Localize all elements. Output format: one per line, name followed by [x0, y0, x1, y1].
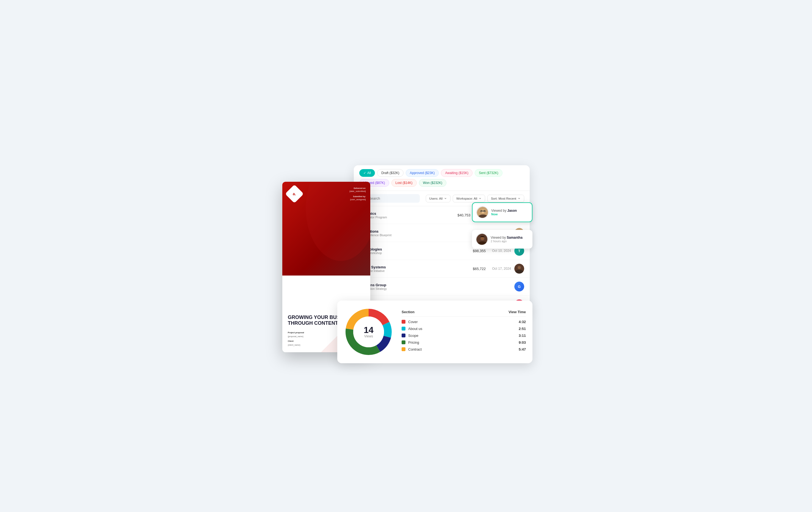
chevron-down-icon	[444, 197, 447, 200]
list-item: Scope 3:11	[402, 334, 526, 338]
proposal-logo: a.	[285, 184, 304, 203]
row-info: Dynamics Accelerator Program	[359, 211, 448, 219]
filter-sent[interactable]: Sent ($732K)	[475, 169, 502, 177]
list-item: Contract 5:47	[402, 347, 526, 351]
cover-color	[402, 320, 405, 324]
pricing-color	[402, 340, 405, 344]
contract-color	[402, 347, 405, 351]
filter-won[interactable]: Won ($232K)	[419, 179, 446, 187]
filter-draft[interactable]: Draft ($32K)	[377, 169, 403, 177]
search-input[interactable]	[369, 196, 416, 200]
list-item: About us 2:51	[402, 327, 526, 331]
table-row[interactable]: Horizons Group Penetration Strategy G	[354, 278, 530, 295]
sort-filter[interactable]: Sort: Most Recent	[487, 195, 524, 202]
filter-lost[interactable]: Lost ($14K)	[392, 179, 417, 187]
filter-approved[interactable]: Approved ($23K)	[406, 169, 439, 177]
table-row[interactable]: Health Systems h Catalyst Initiative $65…	[354, 260, 530, 278]
users-filter[interactable]: Users: All	[426, 195, 451, 202]
filter-bar: ✓ All Draft ($32K) Approved ($23K) Await…	[354, 165, 530, 191]
samantha-notification-text: Viewed by Samantha 2 hours ago	[491, 236, 523, 243]
samantha-avatar	[476, 233, 488, 245]
list-item: Cover 4:32	[402, 320, 526, 324]
list-item: Pricing 9:03	[402, 340, 526, 345]
workspace-filter[interactable]: Workspace: All	[453, 195, 485, 202]
about-color	[402, 327, 405, 331]
analytics-card: 14 Views Section View Time Cover 4:32 Ab…	[337, 301, 532, 363]
proposal-top-section: a. Delivered on: {date_submitted} Submit…	[282, 182, 370, 276]
row-info: Technologies Vision Workshop	[359, 247, 463, 255]
svg-rect-11	[515, 270, 523, 274]
svg-point-16	[481, 210, 485, 213]
donut-chart: 14 Views	[344, 307, 394, 357]
filter-awaiting[interactable]: Awaiting ($15K)	[441, 169, 472, 177]
row-info: Health Systems h Catalyst Initiative	[359, 265, 463, 273]
avatar	[514, 264, 524, 274]
legend-header: Section View Time	[402, 310, 526, 316]
svg-point-23	[481, 237, 484, 240]
proposal-meta: Delivered on: {date_submitted} Submitted…	[349, 187, 366, 202]
row-info: k Solutions nal Excellence Blueprint	[359, 229, 463, 237]
jason-avatar	[476, 206, 489, 218]
notification-jason: Viewed by Jason Now	[472, 202, 532, 222]
row-info: Horizons Group Penetration Strategy	[359, 283, 463, 290]
notification-samantha: Viewed by Samantha 2 hours ago	[472, 230, 532, 249]
analytics-legend: Section View Time Cover 4:32 About us 2:…	[402, 310, 526, 354]
chevron-down-icon	[478, 197, 482, 200]
chevron-down-icon	[518, 197, 521, 200]
filter-controls: Users: All Workspace: All Sort: Most Rec…	[426, 195, 524, 202]
scope-color	[402, 334, 405, 337]
proposal-list: Dynamics Accelerator Program $40,753 1:2…	[354, 206, 530, 313]
filter-all[interactable]: ✓ All	[359, 169, 375, 177]
jason-notification-text: Viewed by Jason Now	[491, 209, 517, 216]
scene: a. Delivered on: {date_submitted} Submit…	[282, 149, 530, 363]
avatar: G	[514, 282, 524, 291]
svg-point-12	[518, 266, 521, 269]
donut-center: 14 Views	[364, 325, 374, 338]
